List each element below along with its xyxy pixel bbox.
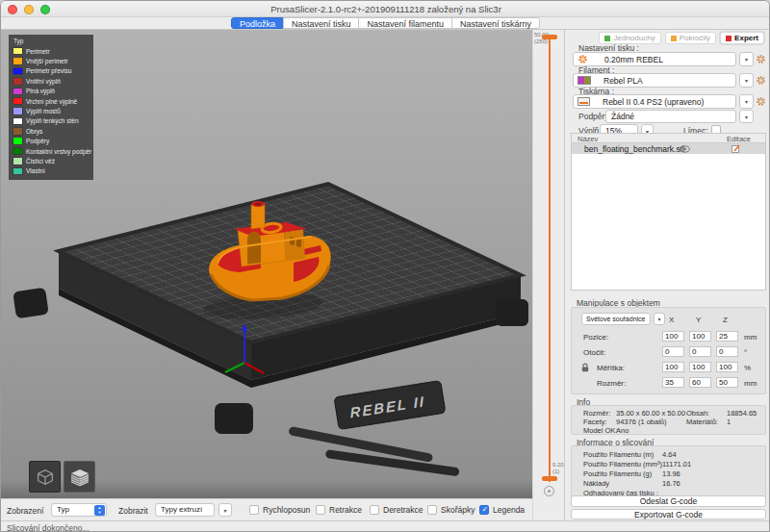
tab-printer-settings[interactable]: Nastavení tiskárny <box>451 17 540 29</box>
object-row[interactable]: ben_floating_benchmark.stl <box>572 143 765 154</box>
layer-slider-bottom-label: 0.20 (1) <box>552 462 564 474</box>
rotate-unit: ° <box>744 348 747 357</box>
legend-swatch <box>13 148 22 155</box>
supports-select[interactable]: Žádné <box>605 110 736 123</box>
edit-object-icon[interactable] <box>732 144 740 153</box>
checkbox-skorapky[interactable]: Skořápky <box>427 505 475 515</box>
sidebar: Jednoduchý Pokročilý Expert Nastavení ti… <box>564 30 770 520</box>
filament-value: Rebel PLA <box>603 76 643 86</box>
show-select-value: Typy extruzí <box>161 505 202 514</box>
show-select-dropdown-button[interactable]: ▾ <box>218 503 232 517</box>
legend-item-label: Vnitřní výplň <box>26 78 61 85</box>
printer-bed-icon <box>578 97 590 106</box>
filament-dropdown-button[interactable]: ▾ <box>739 73 754 88</box>
object-list-header: Název Editace <box>572 134 765 143</box>
printer-edit-gear-icon[interactable] <box>755 95 766 107</box>
rotate-label: Otočit: <box>583 348 605 357</box>
info-size-value: 35.00 x 60.00 x 50.00 <box>616 409 685 418</box>
checkbox-legenda[interactable]: Legenda <box>479 505 525 515</box>
legend-item-label: Vnější perimetr <box>26 58 68 64</box>
checkbox-box[interactable] <box>370 505 379 515</box>
checkbox-box[interactable] <box>249 505 259 515</box>
checkbox-box[interactable] <box>316 505 325 515</box>
position-x-input[interactable] <box>662 331 684 342</box>
size-unit: mm <box>744 379 757 388</box>
coordinate-system-dropdown-button[interactable]: ▾ <box>654 313 665 325</box>
checkbox-deretrakce[interactable]: Deretrakce <box>370 505 424 515</box>
checkbox-box[interactable] <box>427 505 437 515</box>
manipulation-panel: Světové souřadnice ▾ X Y Z Pozice: mm Ot… <box>571 307 766 394</box>
position-z-input[interactable] <box>716 331 738 342</box>
filament-edit-gear-icon[interactable] <box>755 74 766 86</box>
legend-item-label: Výplň mostů <box>26 108 61 114</box>
legend-swatch <box>13 78 22 85</box>
preview-layers-view-button[interactable] <box>64 461 95 493</box>
scale-x-input[interactable] <box>662 362 684 372</box>
edit-column-header: Editace <box>727 135 751 143</box>
size-y-input[interactable] <box>689 377 711 388</box>
legend-item: Výplň tenkých stěn <box>13 116 90 126</box>
filament-select[interactable]: Rebel PLA <box>573 73 736 88</box>
slider-gear-icon[interactable] <box>544 486 554 496</box>
simple-mode-icon <box>604 36 610 41</box>
rotate-y-input[interactable] <box>689 346 711 357</box>
layers-icon <box>68 467 91 488</box>
title-bar: PrusaSlicer-2.1.0-rc2+-201909111218 zalo… <box>1 1 770 17</box>
coordinate-system-value: Světové souřadnice <box>586 316 645 322</box>
position-y-input[interactable] <box>689 331 711 342</box>
tab-print-settings[interactable]: Nastavení tisku <box>283 17 360 29</box>
leveling-knob-right <box>496 299 528 326</box>
view-select-value: Typ <box>57 505 69 514</box>
rotate-z-input[interactable] <box>716 346 738 357</box>
print-settings-dropdown-button[interactable]: ▾ <box>739 52 754 66</box>
slice-row-value: 13.96 <box>662 469 680 478</box>
checkbox-retrakce[interactable]: Retrakce <box>316 505 362 515</box>
mode-advanced-button[interactable]: Pokročilý <box>665 32 716 44</box>
show-select-label: Zobrazit <box>118 506 148 516</box>
info-facets-value: 94376 (1 obalů) <box>616 418 667 426</box>
3d-editor-view-button[interactable] <box>29 461 61 493</box>
legend-swatch <box>13 118 22 125</box>
export-gcode-button[interactable]: Exportovat G-code <box>571 509 766 520</box>
view-select[interactable]: Typ ▴▾ <box>51 503 107 517</box>
scale-y-input[interactable] <box>689 362 711 372</box>
scale-z-input[interactable] <box>716 362 738 372</box>
slice-info-panel: Použito Filamentu (m) 4.64 Použito Filam… <box>571 445 766 503</box>
supports-value: Žádné <box>611 112 634 121</box>
printer-select[interactable]: Rebel II 0.4 PS2 (upraveno) <box>573 94 736 109</box>
printer-value: Rebel II 0.4 PS2 (upraveno) <box>603 97 704 107</box>
layer-slider-track[interactable] <box>549 38 551 482</box>
checkbox-box[interactable] <box>479 505 489 515</box>
tab-plater[interactable]: Podložka <box>231 17 284 29</box>
rotate-x-input[interactable] <box>662 346 684 357</box>
print-settings-select[interactable]: 0.20mm REBEL <box>573 52 736 66</box>
checkbox-rychloposun[interactable]: Rychloposun <box>249 505 310 515</box>
legend-item-label: Perimetr převisu <box>26 67 71 74</box>
visibility-eye-icon[interactable] <box>680 145 690 153</box>
coordinate-system-select[interactable]: Světové souřadnice <box>581 313 651 325</box>
size-z-input[interactable] <box>716 377 738 388</box>
supports-dropdown-button[interactable]: ▾ <box>739 110 754 123</box>
legend-panel: Typ Perimetr Vnější perimetr Perimetr př… <box>9 35 93 180</box>
show-select[interactable]: Typy extruzí <box>155 503 215 517</box>
info-manifold-label: Model OK: <box>583 426 617 435</box>
legend-swatch <box>13 168 22 175</box>
status-bar: Slicování dokončeno... <box>1 520 770 532</box>
mode-expert-button[interactable]: Expert <box>720 32 764 44</box>
scale-label: Měřítka: <box>597 364 625 372</box>
print-settings-edit-gear-icon[interactable] <box>755 53 766 64</box>
layer-slider-top-handle[interactable] <box>542 35 557 39</box>
send-gcode-button[interactable]: Odeslat G-code <box>571 495 766 507</box>
advanced-mode-icon <box>671 36 677 41</box>
size-x-input[interactable] <box>662 377 684 388</box>
legend-item: Výplň mostů <box>13 106 90 115</box>
printer-dropdown-button[interactable]: ▾ <box>739 94 754 109</box>
layer-slider-bottom-handle[interactable] <box>542 476 557 481</box>
uniform-scale-lock-icon[interactable] <box>581 363 589 372</box>
filament-color-swatch-icon <box>578 76 591 85</box>
3d-viewport[interactable]: REBEL II Typ Perimetr Vnější perimetr Pe… <box>1 30 532 498</box>
legend-item-label: Vlastní <box>26 167 45 174</box>
info-panel: Rozměr: 35.00 x 60.00 x 50.00 Obsah: 188… <box>571 405 766 435</box>
tab-filament-settings[interactable]: Nastavení filamentu <box>358 17 452 29</box>
checkbox-label: Retrakce <box>329 505 362 515</box>
